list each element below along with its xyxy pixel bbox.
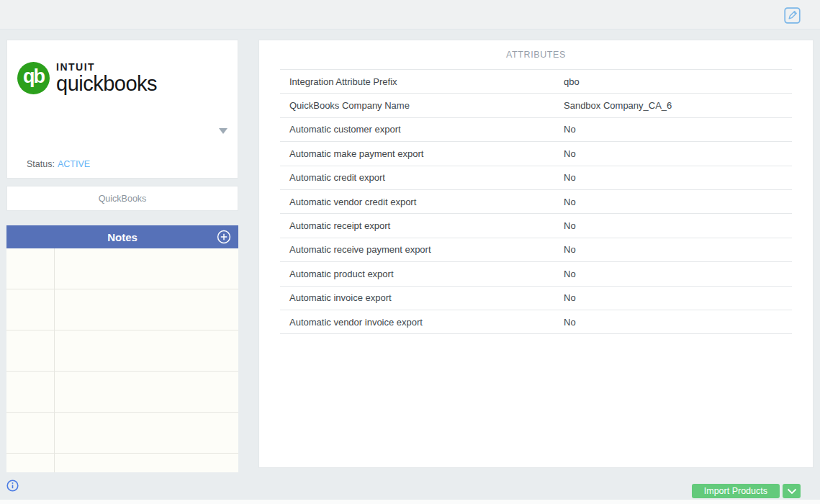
attribute-row: QuickBooks Company NameSandbox Company_C… xyxy=(280,94,792,117)
attribute-row: Automatic customer exportNo xyxy=(280,118,792,142)
attribute-label: Automatic vendor credit export xyxy=(280,197,564,207)
attribute-value: No xyxy=(564,197,792,207)
attribute-value: No xyxy=(564,172,792,183)
notes-table xyxy=(6,248,238,472)
attribute-row: Automatic vendor credit exportNo xyxy=(280,190,792,214)
attribute-label: Automatic receipt export xyxy=(280,220,564,231)
attribute-row: Automatic product exportNo xyxy=(280,262,792,286)
note-date-cell xyxy=(6,289,55,330)
attribute-row: Automatic make payment exportNo xyxy=(280,142,792,166)
attribute-row: Automatic receive payment exportNo xyxy=(280,238,792,262)
notes-header: Notes xyxy=(6,225,238,248)
intuit-wordmark: INTUIT xyxy=(56,62,157,73)
attribute-value: No xyxy=(564,220,792,231)
info-icon xyxy=(6,480,19,492)
status-label: Status: xyxy=(27,159,55,169)
attributes-table: Integration Attribute PrefixqboQuickBook… xyxy=(280,69,792,334)
note-text-cell xyxy=(55,454,238,472)
qb-monogram: qb xyxy=(23,67,44,86)
note-row xyxy=(6,413,238,454)
attribute-label: Automatic credit export xyxy=(280,172,564,183)
attribute-label: Automatic invoice export xyxy=(280,292,564,303)
attribute-value: No xyxy=(564,269,792,279)
note-row xyxy=(6,289,238,330)
add-note-button[interactable] xyxy=(217,230,231,244)
note-text-cell xyxy=(55,248,238,289)
quickbooks-wordmark: quickbooks xyxy=(56,73,157,94)
attribute-value: qbo xyxy=(564,76,792,87)
attributes-card: ATTRIBUTES Integration Attribute Prefixq… xyxy=(258,40,814,468)
note-date-cell xyxy=(6,248,55,289)
attribute-value: No xyxy=(564,292,792,303)
logo-wordmark: INTUIT quickbooks xyxy=(56,62,157,94)
info-button[interactable] xyxy=(6,480,19,492)
bottom-strip xyxy=(0,500,820,504)
integration-name-card: QuickBooks xyxy=(6,186,238,211)
note-text-cell xyxy=(55,372,238,412)
notes-panel: Notes xyxy=(6,225,238,472)
page: qb INTUIT quickbooks Status:ACTIVE Quick… xyxy=(0,0,820,504)
attribute-value: No xyxy=(564,317,792,328)
note-text-cell xyxy=(55,330,238,371)
plus-circle-icon xyxy=(217,230,231,244)
attribute-label: QuickBooks Company Name xyxy=(280,100,564,111)
attribute-row: Integration Attribute Prefixqbo xyxy=(280,70,792,94)
edit-icon xyxy=(784,7,801,24)
note-row xyxy=(6,454,238,472)
attribute-value: No xyxy=(564,124,792,135)
attribute-row: Automatic invoice exportNo xyxy=(280,287,792,310)
qb-logo-icon: qb xyxy=(17,62,50,94)
notes-title: Notes xyxy=(107,231,138,243)
note-text-cell xyxy=(55,289,238,330)
top-bar xyxy=(0,0,820,30)
attribute-row: Automatic credit exportNo xyxy=(280,166,792,190)
edit-button[interactable] xyxy=(784,7,801,24)
attribute-row: Automatic vendor invoice exportNo xyxy=(280,310,792,334)
attribute-label: Automatic product export xyxy=(280,269,564,279)
note-row xyxy=(6,248,238,289)
status-badge: ACTIVE xyxy=(58,159,90,169)
note-date-cell xyxy=(6,413,55,453)
chevron-down-icon xyxy=(787,488,797,495)
note-date-cell xyxy=(6,454,55,472)
import-products-button[interactable]: Import Products xyxy=(692,484,780,498)
attribute-value: No xyxy=(564,244,792,255)
integration-name: QuickBooks xyxy=(99,194,147,204)
chevron-down-icon[interactable] xyxy=(219,128,227,134)
note-text-cell xyxy=(55,413,238,453)
attributes-title: ATTRIBUTES xyxy=(259,40,813,69)
import-products-dropdown-button[interactable] xyxy=(783,484,801,498)
note-row xyxy=(6,372,238,413)
attribute-row: Automatic receipt exportNo xyxy=(280,214,792,238)
attribute-label: Automatic customer export xyxy=(280,124,564,135)
note-row xyxy=(6,330,238,372)
attribute-value: Sandbox Company_CA_6 xyxy=(564,100,792,111)
quickbooks-logo: qb INTUIT quickbooks xyxy=(17,62,157,94)
note-date-cell xyxy=(6,372,55,412)
integration-card: qb INTUIT quickbooks Status:ACTIVE xyxy=(6,40,238,179)
attribute-label: Integration Attribute Prefix xyxy=(280,76,564,87)
attribute-label: Automatic make payment export xyxy=(280,148,564,159)
status-line: Status:ACTIVE xyxy=(27,159,90,169)
footer-actions: Import Products xyxy=(692,484,801,498)
attribute-value: No xyxy=(564,148,792,159)
attribute-label: Automatic receive payment export xyxy=(280,244,564,255)
attribute-label: Automatic vendor invoice export xyxy=(280,317,564,328)
note-date-cell xyxy=(6,330,55,371)
